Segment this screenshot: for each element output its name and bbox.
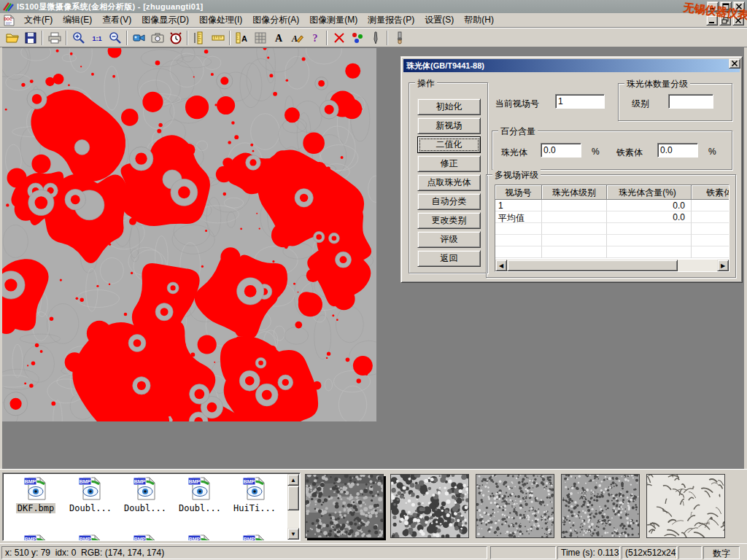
menu-image-processing[interactable]: 图像处理(I) [194,12,247,28]
menu-help[interactable]: 帮助(H) [459,12,499,28]
erase-marks-button[interactable] [330,29,348,47]
file-item[interactable]: BMPHuiTi... [228,477,282,513]
file-item[interactable]: BMPDoubl... [63,477,117,513]
file-name: Doubl... [123,503,168,513]
close-button[interactable] [733,1,745,12]
initialize-button[interactable]: 初始化 [417,98,481,115]
dialog-close-button[interactable] [729,58,740,69]
actual-size-button[interactable]: 1:1 [88,29,106,47]
svg-text:BMP: BMP [134,479,146,484]
scrollbar-thumb[interactable] [507,260,678,271]
grid-button[interactable] [251,29,269,47]
title-bar: IS100显微摄像系统(金相分析版) - [zhuguangti01] [0,0,747,13]
file-item-partial[interactable]: BMP [118,534,172,541]
bmp-file-icon: BMP [63,534,117,541]
menu-measure-report[interactable]: 测量报告(P) [363,12,419,28]
thumbnail-5[interactable] [646,474,725,538]
text-edit-button[interactable]: A [287,29,306,47]
change-class-button[interactable]: 更改类别 [417,212,481,229]
percent-group-title: 百分含量 [498,125,538,138]
menu-settings[interactable]: 设置(S) [419,12,459,28]
thumbnail-3[interactable] [476,474,554,538]
document-icon[interactable]: DOC [3,15,15,26]
menu-file[interactable]: 文件(F) [19,12,58,28]
new-field-button[interactable]: 新视场 [417,117,481,134]
pearlite-percent-input[interactable] [541,143,581,158]
brush-button[interactable] [390,29,409,47]
file-item-partial[interactable]: BMP [63,534,117,541]
text-button[interactable]: A [269,29,287,47]
menu-edit[interactable]: 编辑(E) [58,12,97,28]
file-list-scrollbar[interactable]: ▲ ▼ [287,474,299,540]
mdi-restore-button[interactable] [719,15,731,26]
binarize-button[interactable]: 二值化 [417,136,481,153]
help-button[interactable]: ? [306,29,324,47]
open-button[interactable] [3,29,21,47]
auto-classify-button[interactable]: 自动分类 [417,193,481,210]
file-item-partial[interactable]: BMP [9,534,63,541]
timer-button[interactable] [166,29,185,47]
menu-view[interactable]: 查看(V) [97,12,136,28]
mdi-minimize-button[interactable] [706,15,718,26]
return-button[interactable]: 返回 [417,250,481,267]
time-panel: Time (s): 0.113 [557,546,620,559]
file-list: BMPDKF.bmp BMPDoubl... BMPDoubl... BMPDo… [2,472,301,541]
table-horizontal-scrollbar[interactable]: ◀ ▶ [495,260,729,271]
scroll-down-arrow[interactable]: ▼ [287,528,299,540]
scroll-up-arrow[interactable]: ▲ [287,474,299,486]
pen-button[interactable] [366,29,384,47]
file-item[interactable]: BMPDoubl... [173,477,227,513]
thumbnail-1[interactable] [305,474,384,538]
grade-group: 珠光体数量分级 级别 [618,83,732,121]
thumbnail-4[interactable] [561,474,640,538]
correct-button[interactable]: 修正 [417,155,481,172]
table-row[interactable]: 1 0.0 [495,200,729,211]
window-title: IS100显微摄像系统(金相分析版) - [zhuguangti01] [17,1,204,12]
menu-bar: DOC 文件(F) 编辑(E) 查看(V) 图像显示(D) 图像处理(I) 图像… [0,13,747,28]
bmp-file-icon: BMP [9,534,63,541]
scroll-left-arrow[interactable]: ◀ [495,260,507,271]
bmp-file-icon: BMP [118,477,172,502]
ferrite-percent-input[interactable] [657,143,698,158]
table-row[interactable]: 平均值 0.0 [495,211,729,223]
svg-text:BMP: BMP [189,537,201,541]
file-item[interactable]: BMPDoubl... [118,477,172,513]
video-camera-button[interactable] [130,29,148,47]
workspace: 珠光体(GB/T9441-88) 操作 初始化 新视场 二值化 修正 点取珠光体… [0,47,747,469]
measure-text-button[interactable]: A [233,29,251,47]
toolbar-separator [66,31,67,45]
classify-dots-button[interactable] [348,29,366,47]
file-item[interactable]: BMPDKF.bmp [9,477,63,513]
toolbar-separator [42,31,43,45]
caliper-button[interactable] [190,29,209,47]
scrollbar-thumb[interactable] [287,486,299,510]
current-field-input[interactable] [555,94,605,109]
thumbnail-2[interactable] [390,474,469,538]
file-item-partial[interactable]: BMP [228,534,282,541]
grade-input[interactable] [668,94,713,109]
minimize-button[interactable] [707,1,719,12]
file-item-partial[interactable]: BMP [173,534,227,541]
save-button[interactable] [21,29,39,47]
ruler-button[interactable] [209,29,227,47]
pick-pearlite-button[interactable]: 点取珠光体 [417,174,481,191]
col-pearlite-grade: 珠光体级别 [542,185,607,200]
specimen-image[interactable] [2,48,376,421]
print-button[interactable] [45,29,63,47]
file-browser-bar: BMPDKF.bmp BMPDoubl... BMPDoubl... BMPDo… [0,469,747,543]
scroll-right-arrow[interactable]: ▶ [717,260,729,271]
bmp-file-icon: BMP [9,477,63,502]
menu-image-display[interactable]: 图像显示(D) [136,12,194,28]
camera-button[interactable] [148,29,166,47]
multifield-group-title: 多视场评级 [492,169,541,182]
menu-image-measure[interactable]: 图像测量(M) [304,12,363,28]
grade-button[interactable]: 评级 [417,231,481,248]
mdi-close-button[interactable] [732,15,744,26]
zoom-in-button[interactable] [69,29,88,47]
dialog-title-bar[interactable]: 珠光体(GB/T9441-88) [403,59,740,72]
maximize-button[interactable] [720,1,732,12]
menu-image-analysis[interactable]: 图像分析(A) [247,12,304,28]
toolbar-separator [326,31,328,45]
file-name: DKF.bmp [16,503,56,513]
zoom-out-button[interactable] [106,29,124,47]
